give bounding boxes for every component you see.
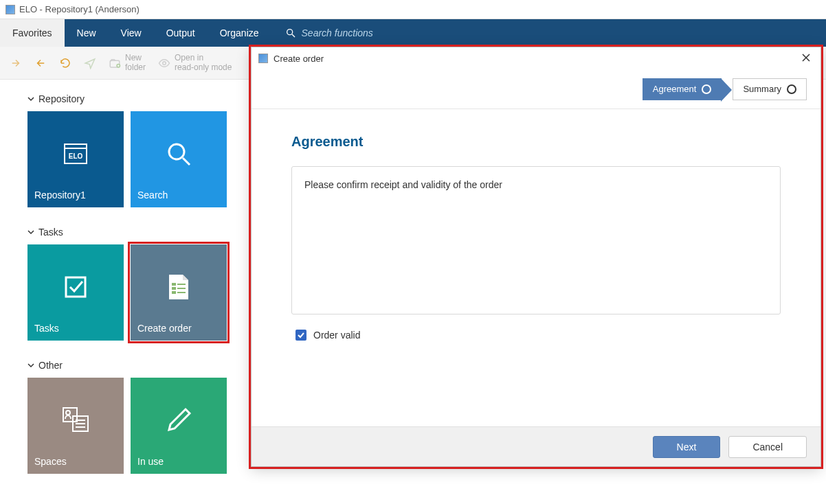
eye-icon [158, 57, 170, 69]
wizard-step-label: Agreement [653, 84, 697, 94]
window-title: ELO - Repository1 (Anderson) [19, 4, 139, 14]
svg-point-0 [287, 30, 292, 35]
create-order-dialog: Create order Agreement Summary Agreement… [251, 47, 821, 467]
tab-output[interactable]: Output [154, 19, 208, 47]
tile-in-use[interactable]: In use [131, 378, 227, 474]
chevron-down-icon [27, 95, 34, 102]
search-icon [285, 27, 296, 38]
tile-repository1[interactable]: ELO Repository1 [27, 111, 124, 207]
tile-label: Repository1 [34, 190, 86, 201]
magnifier-icon [164, 139, 194, 169]
refresh-icon [59, 57, 71, 69]
wizard-step-summary[interactable]: Summary [733, 78, 807, 100]
svg-line-1 [292, 34, 295, 37]
cancel-button[interactable]: Cancel [728, 436, 807, 458]
dialog-footer: Next Cancel [252, 426, 821, 466]
send-icon [84, 57, 96, 69]
dialog-titlebar: Create order [252, 47, 821, 69]
nav-back-button[interactable] [10, 57, 22, 69]
checkbox-icon [295, 330, 306, 341]
checkbox-label: Order valid [313, 330, 360, 341]
tab-view[interactable]: View [109, 19, 154, 47]
svg-point-18 [66, 411, 70, 415]
tile-label: Tasks [34, 323, 59, 334]
dialog-icon [258, 54, 268, 63]
agreement-text: Please confirm receipt and validity of t… [304, 179, 502, 190]
svg-point-8 [169, 144, 184, 159]
new-folder-label: Newfolder [125, 54, 146, 71]
chevron-down-icon [27, 229, 34, 236]
agreement-text-box: Please confirm receipt and validity of t… [291, 166, 781, 314]
section-repository-label: Repository [38, 93, 85, 104]
svg-rect-17 [63, 408, 77, 422]
section-repository[interactable]: Repository [27, 93, 241, 104]
send-button[interactable] [84, 57, 96, 69]
open-readonly-label: Open inread-only mode [175, 54, 232, 71]
check-icon [297, 331, 305, 339]
wizard-step-agreement[interactable]: Agreement [643, 78, 722, 100]
close-icon [801, 53, 811, 62]
app-icon [5, 5, 15, 14]
section-tasks-label: Tasks [38, 227, 63, 238]
chevron-down-icon [27, 362, 34, 369]
tile-search[interactable]: Search [131, 111, 227, 207]
step-indicator-icon [702, 84, 711, 94]
tile-label: Search [137, 190, 168, 201]
dialog-body: Agreement Please confirm receipt and val… [252, 109, 821, 426]
tile-label: In use [137, 456, 164, 467]
nav-forward-button[interactable] [34, 57, 47, 69]
menubar-search[interactable]: Search functions [285, 19, 373, 47]
svg-rect-10 [66, 277, 85, 297]
order-valid-checkbox[interactable]: Order valid [291, 330, 781, 341]
section-tasks[interactable]: Tasks [27, 227, 241, 238]
new-folder-button[interactable]: Newfolder [109, 54, 146, 71]
tile-spaces[interactable]: Spaces [27, 378, 124, 474]
svg-rect-12 [172, 287, 176, 290]
window-titlebar: ELO - Repository1 (Anderson) [0, 0, 826, 19]
wizard-step-label: Summary [743, 84, 781, 94]
main-menubar: Favorites New View Output Organize Searc… [0, 19, 826, 47]
search-placeholder: Search functions [302, 27, 373, 38]
svg-text:ELO: ELO [69, 152, 83, 160]
agreement-heading: Agreement [291, 134, 781, 150]
next-button[interactable]: Next [653, 436, 721, 458]
tile-label: Create order [137, 323, 192, 334]
section-other-label: Other [38, 360, 63, 371]
tab-organize[interactable]: Organize [208, 19, 271, 47]
dialog-title: Create order [274, 54, 324, 64]
arrow-left-icon [34, 57, 47, 69]
tab-new[interactable]: New [65, 19, 109, 47]
svg-rect-11 [172, 283, 176, 286]
checkbox-icon [60, 272, 91, 302]
spaces-icon [59, 405, 92, 435]
open-readonly-button[interactable]: Open inread-only mode [158, 54, 232, 71]
svg-rect-13 [172, 291, 176, 294]
tile-tasks[interactable]: Tasks [27, 244, 124, 341]
svg-line-9 [183, 158, 190, 165]
folder-plus-icon [109, 57, 121, 69]
step-indicator-icon [787, 84, 796, 94]
section-other[interactable]: Other [27, 360, 241, 371]
favorites-sidebar: Repository ELO Repository1 Search Tasks [0, 80, 247, 504]
document-icon [165, 272, 192, 302]
wizard-header: Agreement Summary [252, 69, 821, 109]
refresh-button[interactable] [59, 57, 71, 69]
tile-label: Spaces [34, 456, 67, 467]
archive-icon: ELO [60, 139, 91, 169]
arrow-right-icon [10, 57, 22, 69]
close-button[interactable] [799, 51, 814, 66]
tile-create-order[interactable]: Create order [131, 244, 227, 341]
pencil-icon [164, 405, 194, 435]
tab-favorites[interactable]: Favorites [0, 19, 65, 47]
svg-point-4 [163, 61, 166, 65]
